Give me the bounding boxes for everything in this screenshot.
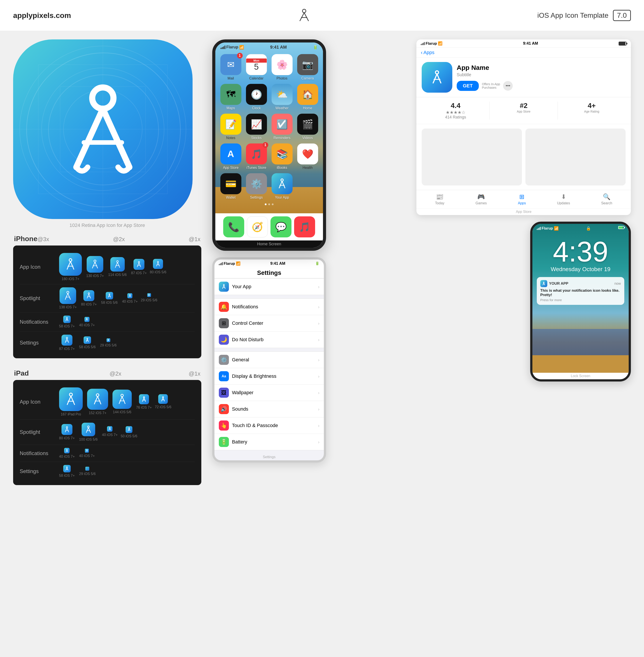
icon-label: 87 iOS 7+ <box>59 347 75 351</box>
more-button[interactable]: ••• <box>503 81 513 91</box>
svg-line-117 <box>87 450 88 452</box>
icon-180 <box>59 253 82 276</box>
dock-messages[interactable]: 💬 <box>271 216 292 237</box>
settings-touchid[interactable]: 👆 Touch ID & Passcode › <box>214 417 324 434</box>
app-health[interactable]: ❤️ Health <box>297 144 319 170</box>
icon-label: 40 iOS 7+ <box>79 454 95 458</box>
svg-line-16 <box>67 262 70 269</box>
nav-search[interactable]: 🔍 Search <box>601 193 612 205</box>
settings-general[interactable]: ⚙️ General › <box>214 352 324 368</box>
ipad-notifications-row: Notifications 40 iOS 7+ 40 i <box>20 445 195 462</box>
app-clock[interactable]: 🕐 Clock <box>245 84 268 110</box>
phone-icon: 📞 <box>223 216 244 237</box>
ipad-small-spotlight: 40 iOS 7+ 50 iOS 5/6 <box>102 426 137 438</box>
chevron-icon: › <box>318 337 320 342</box>
svg-line-56 <box>66 318 67 321</box>
icon-ipad-spotlight-100 <box>82 423 95 436</box>
svg-line-36 <box>65 293 68 300</box>
app-ibooks[interactable]: 📚 iBooks <box>271 144 293 170</box>
app-notes[interactable]: 📝 Notes <box>220 114 242 140</box>
settings-icon: ⚙️ <box>246 173 267 194</box>
settings-group-2: ⚙️ General › Aa Display & Brightness › 🖼… <box>214 351 324 450</box>
settings-notifications[interactable]: 🔔 Notifications › <box>214 299 324 315</box>
app-name-yourapp: Your App <box>275 196 289 199</box>
weather-icon: ⛅ <box>272 84 293 105</box>
touchid-text: Touch ID & Passcode <box>232 423 315 429</box>
app-yourapp[interactable]: Your App <box>271 173 293 199</box>
icon-label: 58 iOS 7+ <box>59 324 75 328</box>
icon-label: 40 iOS 7+ <box>122 300 138 304</box>
settings-dnd[interactable]: 🌙 Do Not Disturb › <box>214 332 324 348</box>
app-mail[interactable]: ✉ 1 Mail <box>220 54 242 80</box>
settings-display[interactable]: Aa Display & Brightness › <box>214 368 324 385</box>
icon-spotlight-58 <box>106 292 113 299</box>
app-settings[interactable]: ⚙️ Settings <box>245 173 268 199</box>
signal-icon <box>221 46 225 49</box>
icon-item: 58 iOS 7+ <box>59 315 75 328</box>
icon-ipad-152 <box>87 389 108 410</box>
iphone-notifications-row: Notifications 58 iOS 7+ 40 i <box>20 312 195 332</box>
app-name-photos: Photos <box>277 76 288 80</box>
ipad-settings-row: Settings 58 iOS 7+ 29 iOS 5/6 <box>20 462 195 481</box>
your-app-item[interactable]: Your App › <box>214 279 324 295</box>
app-calendar[interactable]: Mon 5 Calendar <box>245 54 268 80</box>
app-stocks[interactable]: 📈 Stocks <box>245 114 268 140</box>
screenshot-2 <box>525 129 626 185</box>
back-button[interactable]: ‹ Apps <box>421 49 626 56</box>
settings-sounds[interactable]: 🔊 Sounds › <box>214 401 324 417</box>
icon-item: 58 iOS 5/6 <box>101 292 118 305</box>
app-ratings: 4.4 ★★★★☆ 414 Ratings #2 App Store 4+ Ag… <box>416 97 631 124</box>
photos-icon: 🌸 <box>272 54 293 75</box>
app-name-home: Home <box>303 106 312 110</box>
carrier-label: Flarup <box>426 41 437 46</box>
app-photos[interactable]: 🌸 Photos <box>271 54 293 80</box>
app-name-reminders: Reminders <box>274 136 291 140</box>
svg-line-57 <box>67 318 68 321</box>
status-right: 🔋 <box>313 45 318 50</box>
settings-status-center: 9:41 AM <box>270 261 285 266</box>
icon-label: 76 iOS 7+ <box>136 406 152 410</box>
chevron-icon: › <box>318 321 320 326</box>
svg-line-85 <box>122 397 125 403</box>
battery-text: Battery <box>232 439 315 445</box>
chevron-icon: › <box>318 374 320 379</box>
icon-label: 40 iOS 7+ <box>59 455 75 459</box>
touchid-icon: 👆 <box>219 420 229 431</box>
back-icon: ‹ <box>421 49 422 56</box>
app-appstore[interactable]: A App Store <box>220 144 242 170</box>
nav-games[interactable]: 🎮 Games <box>476 193 487 205</box>
nav-apps[interactable]: ⊞ Apps <box>518 193 526 205</box>
dock-phone[interactable]: 📞 <box>223 216 244 237</box>
ipad-row-items-spotlight: 80 iOS 7+ 100 iOS 5/6 <box>59 423 195 441</box>
app-itunes[interactable]: 🎵 1 iTunes Store <box>245 144 268 170</box>
icon-label: 40 iOS 7+ <box>79 323 95 327</box>
settings-battery: 🔋 <box>315 261 320 266</box>
svg-line-76 <box>67 396 71 405</box>
settings-battery[interactable]: 🔋 Battery › <box>214 434 324 450</box>
app-videos[interactable]: 🎬 Videos <box>297 114 319 140</box>
ipad-row-label-notifications: Notifications <box>20 450 59 456</box>
settings-control-center[interactable]: ⊞ Control Center › <box>214 315 324 332</box>
version-badge: 7.0 <box>613 10 631 21</box>
dock-music[interactable]: 🎵 <box>294 216 315 237</box>
phone-screen: Flarup 📶 9:41 AM 🔋 ✉ 1 <box>215 43 323 240</box>
app-wallet[interactable]: 💳 Wallet <box>220 173 242 199</box>
app-reminders[interactable]: ☑️ Reminders <box>271 114 293 140</box>
app-camera[interactable]: 📷 Camera <box>297 54 319 80</box>
ipad-row-label-spotlight: Spotlight <box>20 429 59 435</box>
header: applypixels.com iOS App Icon Template 7.… <box>0 0 644 31</box>
app-weather[interactable]: ⛅ Weather <box>271 84 293 110</box>
screenshots-row <box>416 124 631 190</box>
right-panel: Flarup 📶 9:41 AM ‹ Apps <box>416 39 631 494</box>
app-home[interactable]: 🏠 Home <box>297 84 319 110</box>
nav-updates[interactable]: ⬇ Updates <box>557 193 570 205</box>
settings-wallpaper[interactable]: 🖼 Wallpaper › <box>214 385 324 401</box>
app-maps[interactable]: 🗺 Maps <box>220 84 242 110</box>
row-label-settings: Settings <box>20 340 59 346</box>
nav-today[interactable]: 📰 Today <box>435 193 444 205</box>
icon-label: 100 iOS 5/6 <box>79 438 98 441</box>
dock-safari[interactable]: 🧭 <box>247 216 268 237</box>
get-button[interactable]: GET <box>457 81 479 91</box>
wallet-icon: 💳 <box>220 173 242 194</box>
icon-item: 152 iOS 7+ <box>87 389 108 415</box>
